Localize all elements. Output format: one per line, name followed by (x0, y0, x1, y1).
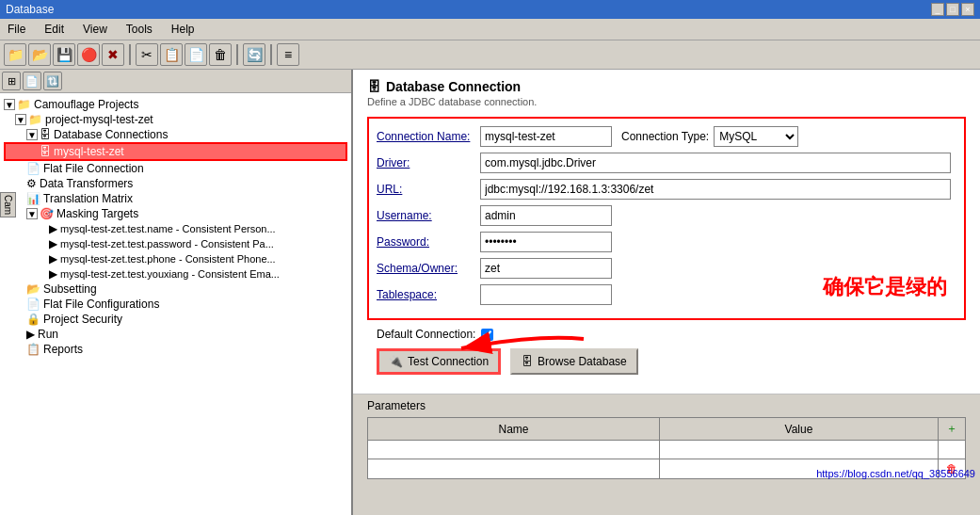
tree-item-project[interactable]: ▼ 📁 project-mysql-test-zet (4, 112, 347, 127)
titlebar-controls: _ □ × (931, 3, 974, 16)
tablespace-label[interactable]: Tablespace: (377, 288, 480, 301)
flat-file-icon: 📄 (26, 162, 40, 175)
project-tree: ▼ 📁 Camouflage Projects ▼ 📁 project-mysq… (0, 93, 351, 361)
tree-item-reports[interactable]: 📋 Reports (4, 342, 347, 357)
copy-button[interactable]: 📋 (160, 43, 183, 66)
tree-item-password-field[interactable]: ▶ mysql-test-zet.test.password - Consist… (4, 236, 347, 251)
minimize-button[interactable]: _ (931, 3, 944, 16)
tree-item-subsetting[interactable]: 📂 Subsetting (4, 282, 347, 297)
paste-button[interactable]: 📄 (185, 43, 207, 66)
password-label[interactable]: Password: (377, 235, 480, 249)
data-transformers-icon: ⚙ (26, 177, 37, 190)
params-value-cell (659, 441, 938, 459)
params-action-cell (939, 441, 966, 459)
annotation-text: 确保它是绿的 (823, 273, 947, 301)
test-connection-button[interactable]: 🔌 Test Connection (377, 348, 501, 375)
field-icon-1: ▶ (49, 222, 57, 235)
params-name-cell (368, 441, 660, 459)
titlebar-title: Database (6, 3, 54, 16)
driver-label[interactable]: Driver: (377, 156, 480, 169)
reports-icon: 📋 (26, 343, 40, 356)
tree-item-translation-matrix[interactable]: 📊 Translation Matrix (4, 191, 347, 206)
db-connections-icon: 🗄 (40, 128, 51, 141)
cam-label: Cam (0, 192, 16, 217)
default-connection-checkbox[interactable] (481, 329, 493, 341)
connection-name-input[interactable] (480, 126, 612, 147)
stop-button[interactable]: 🔴 (77, 43, 100, 66)
tree-item-project-security[interactable]: 🔒 Project Security (4, 312, 347, 327)
schema-label[interactable]: Schema/Owner: (377, 262, 480, 275)
collapse-all-button[interactable]: 📄 (23, 72, 41, 90)
username-label[interactable]: Username: (377, 209, 480, 222)
params-value-header: Value (659, 418, 938, 441)
tree-item-email-field[interactable]: ▶ mysql-test-zet.test.youxiang - Consist… (4, 266, 347, 282)
tree-item-data-transformers[interactable]: ⚙ Data Transformers (4, 176, 347, 191)
tree-item-flat-file[interactable]: 📄 Flat File Connection (4, 161, 347, 176)
menu-view[interactable]: View (79, 21, 111, 38)
toolbar-separator-2 (236, 44, 238, 65)
add-param-button[interactable]: ＋ (946, 422, 957, 435)
delete-button[interactable]: 🗑 (209, 43, 232, 66)
connection-name-row: Connection Name: Connection Type: MySQL … (377, 126, 956, 147)
tree-item-name-field[interactable]: ▶ mysql-test-zet.test.name - Consistent … (4, 221, 347, 236)
params-empty-row (368, 441, 966, 459)
masking-icon: 🎯 (40, 207, 54, 220)
flat-file-configs-icon: 📄 (26, 298, 40, 311)
default-connection-label: Default Connection: (377, 328, 475, 341)
close-button[interactable]: × (961, 3, 974, 16)
toolbar: 📁 📂 💾 🔴 ✖ ✂ 📋 📄 🗑 🔄 ≡ (0, 40, 980, 70)
new-button[interactable]: 📁 (4, 43, 26, 66)
expand-db-connections[interactable]: ▼ (26, 129, 38, 140)
tablespace-input[interactable] (480, 284, 612, 305)
maximize-button[interactable]: □ (946, 3, 959, 16)
cut-button[interactable]: ✂ (136, 43, 158, 66)
left-panel: ⊞ 📄 🔃 ▼ 📁 Camouflage Projects ▼ 📁 projec… (0, 70, 353, 515)
expand-all-button[interactable]: ⊞ (2, 72, 21, 90)
tree-item-flat-file-configs[interactable]: 📄 Flat File Configurations (4, 297, 347, 312)
open-button[interactable]: 📂 (28, 43, 51, 66)
driver-row: Driver: (377, 153, 956, 173)
password-input[interactable] (480, 232, 612, 252)
titlebar: Database _ □ × (0, 0, 980, 19)
params-name-header: Name (368, 418, 660, 441)
extra-button[interactable]: ≡ (277, 43, 299, 66)
tree-item-db-connections[interactable]: ▼ 🗄 Database Connections (4, 127, 347, 142)
tree-item-masking-targets[interactable]: ▼ 🎯 Masking Targets (4, 206, 347, 221)
tree-item-mysql-test-zet[interactable]: 🗄 mysql-test-zet (4, 142, 347, 161)
subsetting-icon: 📂 (26, 282, 40, 296)
project-security-icon: 🔒 (26, 313, 40, 326)
menu-help[interactable]: Help (168, 21, 199, 38)
save-button[interactable]: 💾 (53, 43, 75, 66)
browse-database-icon: 🗄 (522, 355, 533, 368)
help-button[interactable]: 🔄 (243, 43, 265, 66)
menu-tools[interactable]: Tools (122, 21, 156, 38)
tree-item-phone-field[interactable]: ▶ mysql-test-zet.test.phone - Consistent… (4, 251, 347, 266)
field-icon-4: ▶ (49, 267, 57, 281)
db-connection-title-icon: 🗄 (367, 79, 380, 94)
mysql-icon: 🗄 (40, 145, 51, 158)
menu-edit[interactable]: Edit (40, 21, 68, 38)
browse-database-button[interactable]: 🗄 Browse Database (510, 348, 638, 375)
refresh-tree-button[interactable]: 🔃 (43, 72, 62, 90)
parameters-section: Parameters Name Value ＋ (353, 394, 980, 484)
main-container: ⊞ 📄 🔃 ▼ 📁 Camouflage Projects ▼ 📁 projec… (0, 70, 980, 515)
url-input[interactable] (480, 179, 951, 200)
driver-input[interactable] (480, 153, 951, 173)
connection-name-label[interactable]: Connection Name: (377, 130, 480, 143)
url-label[interactable]: URL: (377, 183, 480, 196)
expand-project[interactable]: ▼ (15, 114, 26, 125)
expand-masking[interactable]: ▼ (26, 208, 38, 219)
schema-input[interactable] (480, 258, 612, 279)
toolbar-separator-3 (270, 44, 272, 65)
tree-item-run[interactable]: ▶ Run (4, 327, 347, 342)
menu-file[interactable]: File (4, 21, 29, 38)
close-icon-btn[interactable]: ✖ (102, 43, 124, 66)
expand-camouflage[interactable]: ▼ (4, 99, 15, 110)
connection-type-label: Connection Type: (621, 130, 709, 143)
username-input[interactable] (480, 205, 612, 226)
camouflage-icon: 📁 (17, 98, 31, 111)
connection-type-select[interactable]: MySQL Oracle SQL Server PostgreSQL (714, 126, 798, 147)
menubar: File Edit View Tools Help (0, 19, 980, 40)
tree-item-camouflage-projects[interactable]: ▼ 📁 Camouflage Projects (4, 97, 347, 112)
run-icon: ▶ (26, 328, 35, 341)
